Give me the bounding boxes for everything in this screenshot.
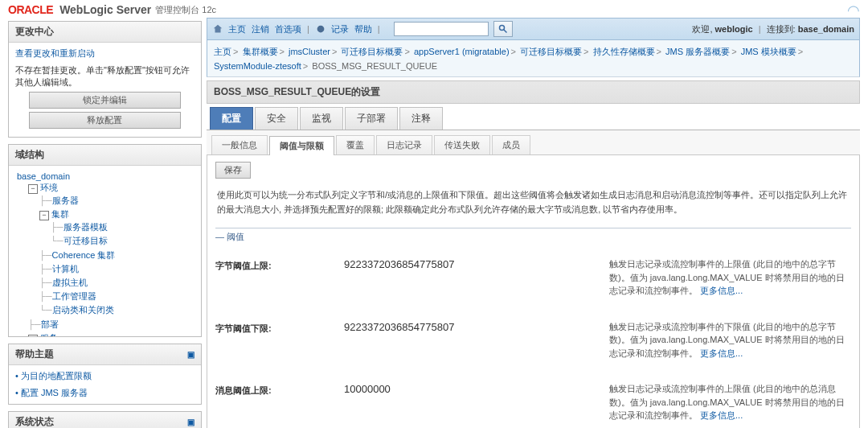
- bc-home[interactable]: 主页: [214, 47, 231, 56]
- subtab-logging[interactable]: 日志记录: [376, 135, 432, 154]
- tab-notes[interactable]: 注释: [399, 107, 443, 130]
- bc-sysmodule[interactable]: SystemModule-ztesoft: [214, 61, 301, 71]
- collapse-icon[interactable]: ▣: [187, 350, 194, 359]
- tab-subdeploy[interactable]: 子部署: [345, 107, 398, 130]
- tree-coherence[interactable]: Coherence 集群: [52, 250, 116, 260]
- tree-deployments[interactable]: 部署: [41, 319, 59, 329]
- change-center-title: 更改中心: [9, 22, 201, 43]
- breadcrumb: 主页> 集群概要> jmsCluster> 可迁移目标概要> appServer…: [207, 40, 860, 77]
- primary-tabs: 配置 安全 监视 子部署 注释: [207, 107, 860, 130]
- collapse-icon[interactable]: −: [39, 211, 49, 220]
- tab-monitor[interactable]: 监视: [300, 107, 343, 130]
- more-bytes-low[interactable]: 更多信息...: [700, 348, 743, 358]
- page-curl-icon: ◠: [847, 2, 860, 19]
- svg-line-2: [503, 30, 506, 33]
- bc-persist[interactable]: 持久性存储概要: [593, 47, 655, 56]
- domain-tree-title: 域结构: [15, 148, 44, 162]
- toolbar-home[interactable]: 主页: [228, 23, 246, 35]
- field-bytes-low: 字节阈值下限: 9223372036854775807 触发日志记录或流控制事件…: [215, 309, 851, 372]
- search-button[interactable]: [493, 21, 513, 37]
- record-icon[interactable]: [315, 23, 326, 35]
- bc-appserver1[interactable]: appServer1 (migratable): [414, 47, 510, 56]
- toolbar-help[interactable]: 帮助: [354, 23, 372, 35]
- collapse-icon[interactable]: −: [28, 184, 38, 194]
- system-status-portlet: 系统状态 ▣: [8, 411, 202, 428]
- bc-jms-servers[interactable]: JMS 服务器概要: [665, 47, 730, 56]
- label-bytes-low: 字节阈值下限:: [215, 320, 344, 335]
- toolbar-record[interactable]: 记录: [331, 23, 349, 35]
- welcome-prefix: 欢迎,: [692, 24, 714, 34]
- tree-root[interactable]: base_domain: [17, 171, 70, 181]
- help-topics-portlet: 帮助主题 ▣ •为目的地配置限额 •配置 JMS 服务器: [8, 344, 202, 405]
- label-bytes-high: 字节阈值上限:: [215, 257, 344, 272]
- value-bytes-high: 9223372036854775807: [344, 258, 454, 270]
- tab-security[interactable]: 安全: [255, 107, 298, 130]
- sub-tabs: 一般信息 阈值与限额 覆盖 日志记录 传送失败 成员: [207, 130, 860, 155]
- connected-prefix: 连接到:: [767, 24, 798, 34]
- fieldset-threshold-legend: 阈值: [227, 232, 244, 241]
- fieldset-threshold: — 阈值 字节阈值上限: 9223372036854775807 触发日志记录或…: [215, 228, 851, 428]
- tree-computers[interactable]: 计算机: [52, 264, 79, 274]
- tab-config[interactable]: 配置: [210, 107, 253, 130]
- svg-point-1: [499, 26, 504, 31]
- value-msgs-high: 10000000: [344, 383, 391, 395]
- tree-server-templates[interactable]: 服务器模板: [63, 222, 108, 232]
- tree-startup[interactable]: 启动类和关闭类: [52, 305, 114, 315]
- product-name: WebLogic Server: [59, 3, 151, 16]
- bc-cluster-sum[interactable]: 集群概要: [243, 47, 278, 56]
- toolbar-preferences[interactable]: 首选项: [275, 23, 301, 35]
- change-center-portlet: 更改中心 查看更改和重新启动 不存在暂挂更改。单击"释放配置"按钮可允许其他人编…: [8, 21, 202, 138]
- toolbar-logout[interactable]: 注销: [252, 23, 269, 35]
- pending-changes-msg: 不存在暂挂更改。单击"释放配置"按钮可允许其他人编辑域。: [15, 64, 194, 88]
- tree-env[interactable]: 环境: [40, 183, 58, 192]
- help-link-quota[interactable]: 为目的地配置限额: [21, 371, 92, 381]
- help-link-jms[interactable]: 配置 JMS 服务器: [21, 388, 88, 397]
- connected-domain: base_domain: [798, 24, 854, 34]
- bc-mig-sum2[interactable]: 可迁移目标概要: [520, 47, 582, 56]
- bc-current: BOSS_MSG_RESULT_QUEUE: [312, 61, 437, 71]
- subtab-threshold[interactable]: 阈值与限额: [269, 136, 334, 155]
- collapse-icon[interactable]: ▣: [187, 418, 194, 426]
- tree-workmgr[interactable]: 工作管理器: [52, 291, 96, 301]
- brand-bar: ORACLE WebLogic Server 管理控制台 12c ◠: [0, 0, 868, 18]
- tree-vhosts[interactable]: 虚拟主机: [52, 278, 88, 287]
- page-title: BOSS_MSG_RESULT_QUEUE的设置: [207, 80, 860, 104]
- release-config-button[interactable]: 释放配置: [29, 112, 182, 129]
- lock-edit-button[interactable]: 锁定并编辑: [29, 92, 182, 109]
- oracle-logo: ORACLE: [8, 3, 53, 16]
- tree-servers[interactable]: 服务器: [52, 195, 79, 205]
- save-button[interactable]: 保存: [215, 162, 251, 179]
- tree-migratable-targets[interactable]: 可迁移目标: [63, 236, 108, 245]
- more-msgs-high[interactable]: 更多信息...: [700, 410, 743, 420]
- bullet-icon: •: [15, 388, 18, 397]
- tree-clusters[interactable]: 集群: [51, 209, 69, 219]
- search-input[interactable]: [394, 22, 489, 36]
- home-icon[interactable]: [212, 23, 223, 35]
- view-changes-link[interactable]: 查看更改和重新启动: [15, 48, 95, 58]
- tree-services[interactable]: 服务: [40, 333, 58, 336]
- page-description: 使用此页可以为统一分布式队列定义字节和/或消息的上限值和下限值。超出这些阈值将会…: [217, 188, 850, 216]
- bc-jmscluster[interactable]: jmsCluster: [289, 47, 330, 56]
- value-bytes-low: 9223372036854775807: [344, 321, 454, 333]
- subtab-delivery-fail[interactable]: 传送失败: [434, 135, 490, 154]
- bullet-icon: •: [15, 371, 18, 381]
- subtab-general[interactable]: 一般信息: [211, 135, 268, 154]
- system-status-title: 系统状态: [15, 415, 54, 428]
- field-msgs-high: 消息阈值上限: 10000000 触发日志记录或流控制事件的上限值 (此目的地中…: [215, 371, 851, 428]
- field-bytes-high: 字节阈值上限: 9223372036854775807 触发日志记录或流控制事件…: [215, 246, 851, 309]
- domain-tree[interactable]: base_domain −环境 ├─服务器 −集群 ├─服务器模板 └─可迁移目…: [9, 166, 201, 336]
- subtab-members[interactable]: 成员: [492, 135, 530, 154]
- svg-point-0: [317, 26, 324, 33]
- product-subtitle: 管理控制台 12c: [155, 4, 216, 16]
- welcome-user: weblogic: [715, 24, 753, 34]
- subtab-override[interactable]: 覆盖: [336, 135, 375, 154]
- help-topics-title: 帮助主题: [15, 348, 54, 361]
- config-form: 保存 使用此页可以为统一分布式队列定义字节和/或消息的上限值和下限值。超出这些阈…: [207, 155, 860, 428]
- expand-icon[interactable]: +: [28, 335, 38, 336]
- bc-mig-sum[interactable]: 可迁移目标概要: [341, 47, 403, 56]
- label-msgs-high: 消息阈值上限:: [215, 382, 344, 397]
- more-bytes-high[interactable]: 更多信息...: [700, 286, 743, 295]
- bc-jms-modules[interactable]: JMS 模块概要: [741, 47, 796, 56]
- domain-tree-portlet: 域结构 base_domain −环境 ├─服务器 −集群 ├─服务器模板: [8, 144, 202, 337]
- top-toolbar: 主页 注销 首选项 | 记录 帮助 | 欢迎, weblogi: [207, 18, 860, 40]
